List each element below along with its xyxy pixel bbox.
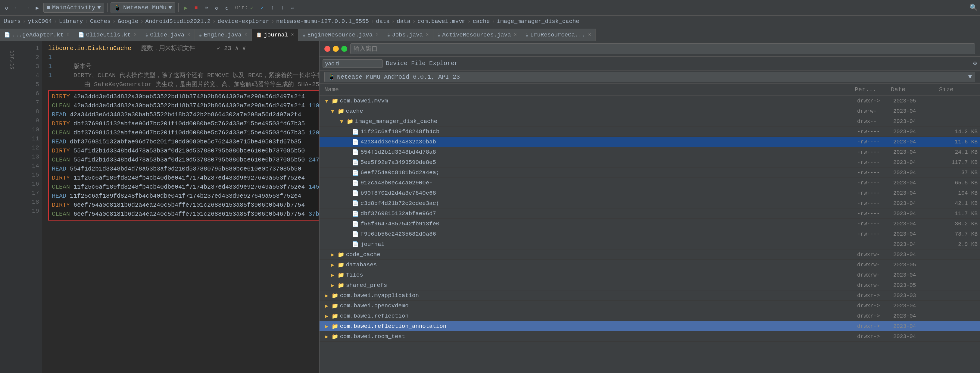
bc-androidstudio[interactable]: AndroidStudio2021.2	[145, 18, 211, 25]
date-912c: 2023-04	[893, 180, 942, 186]
tab-close-journal[interactable]: ×	[291, 32, 294, 38]
tab-engine[interactable]: ☕ Engine.java ×	[195, 29, 252, 41]
git-check-icon[interactable]: ✓	[248, 3, 256, 12]
tree-row-com-bawei-mvvm[interactable]: ▼ 📁 com.bawei.mvvm drwxr-> 2023-05	[320, 96, 980, 106]
bc-library[interactable]: Library	[59, 18, 83, 25]
tree-row-file-c3d8[interactable]: 📄 c3d8bf4d21b72c2cdee3ac( -rw---- 2023-0…	[320, 198, 980, 209]
tree-row-myapplication[interactable]: ▶ 📁 com.bawei.myapplication drwxr-> 2023…	[320, 290, 980, 301]
main-activity-label: MainActivity	[52, 4, 95, 11]
git-push-icon[interactable]: ↑	[268, 3, 277, 12]
tab-close-geadapter[interactable]: ×	[67, 32, 70, 38]
perm-myapplication: drwxr->	[857, 293, 893, 298]
git-pull-icon[interactable]: ↓	[278, 3, 287, 12]
tree-row-cache[interactable]: ▼ 📁 cache drwrw- 2023-04	[320, 106, 980, 116]
perm-c3d8: -rw----	[857, 200, 893, 206]
bc-image-manager[interactable]: image_manager_disk_cache	[497, 18, 579, 25]
tab-close-glide[interactable]: ×	[187, 32, 190, 38]
cursor-icon[interactable]: ▶	[33, 3, 41, 12]
bc-data1[interactable]: data	[376, 18, 390, 25]
tree-row-file-dbf3[interactable]: 📄 dbf3769815132abfae96d7 -rw---- 2023-04…	[320, 209, 980, 219]
build-icon[interactable]: ⌨	[202, 3, 210, 12]
tab-activeresources[interactable]: ☕ ActiveResources.java ×	[433, 29, 521, 41]
journal-line-7: CLEAN 42a34dd3e6d34832a30bab53522bd18b37…	[52, 101, 316, 110]
mumu-dropdown-arrow: ▼	[169, 4, 172, 11]
folder-icon-room-test: ▶ 📁	[325, 333, 338, 340]
ln-15: 15	[24, 171, 39, 180]
tree-row-files[interactable]: ▶ 📁 files drwxrw- 2023-04	[320, 270, 980, 280]
window-maximize-button[interactable]	[341, 46, 347, 52]
window-minimize-button[interactable]	[333, 46, 339, 52]
tab-close-lruresource[interactable]: ×	[588, 32, 591, 38]
tab-geadapter[interactable]: 📄 ...geAdapter.kt ×	[0, 29, 74, 41]
tree-row-reflection[interactable]: ▶ 📁 com.bawei.reflection drwxr-> 2023-04	[320, 311, 980, 321]
main-activity-dropdown[interactable]: ■ MainActivity ▼	[43, 3, 104, 13]
tree-row-reflection-annotation[interactable]: ▶ 📁 com.bawei.reflection_annotation drwx…	[320, 321, 980, 332]
folder-icon-databases: ▶ 📁	[331, 261, 344, 268]
tab-glide[interactable]: ☕ Glide.java ×	[141, 29, 194, 41]
device-select-dropdown[interactable]: 📱 Netease MuMu Android 6.0.1, API 23 ▼	[325, 72, 975, 82]
reload-icon[interactable]: ↻	[223, 3, 231, 12]
search-icon[interactable]: 🔍	[969, 3, 978, 12]
tree-row-file-42a34[interactable]: 📄 42a34dd3e6d34832a30bab -rw---- 2023-04…	[320, 137, 980, 147]
sync-icon[interactable]: ↻	[212, 3, 221, 12]
window-close-button[interactable]	[325, 46, 330, 52]
forward-nav-icon[interactable]: →	[23, 3, 31, 12]
back-nav-icon[interactable]: ←	[13, 3, 21, 12]
git-branch-icon[interactable]: ✓	[258, 3, 266, 12]
netease-mumu-dropdown[interactable]: 📱 Netease MuMu ▼	[111, 2, 175, 13]
tab-glideutils[interactable]: 📄 GlideUtils.kt ×	[74, 29, 141, 41]
tab-close-engineresource[interactable]: ×	[375, 32, 379, 38]
bc-ytx0904[interactable]: ytx0904	[28, 18, 52, 25]
tab-jobs[interactable]: ☕ Jobs.java ×	[383, 29, 433, 41]
tab-close-glideutils[interactable]: ×	[134, 32, 137, 38]
tree-row-databases[interactable]: ▶ 📁 databases drwxrw- 2023-05	[320, 260, 980, 270]
code-area[interactable]: libcore.io.DiskLruCache 魔数，用来标识文件 ✓ 23 ∧…	[42, 41, 319, 373]
bc-users[interactable]: Users	[3, 18, 21, 25]
date-reflection-annotation: 2023-04	[893, 323, 942, 329]
separator-1	[107, 3, 108, 12]
tree-row-opencvdemo[interactable]: ▶ 📁 com.bawei.opencvdemo drwxr-> 2023-04	[320, 301, 980, 311]
tree-row-file-6eef[interactable]: 📄 6eef754a0c8181b6d2a4ea; -rw---- 2023-0…	[320, 167, 980, 178]
tree-row-code-cache[interactable]: ▶ 📁 code_cache drwxrw- 2023-04	[320, 249, 980, 260]
folder-icon-files: ▶ 📁	[331, 272, 344, 278]
file-name-554f: 554f1d2b1d3348bd4d78a8	[361, 149, 857, 155]
tab-close-activeresources[interactable]: ×	[514, 32, 517, 38]
tab-close-engine[interactable]: ×	[245, 32, 248, 38]
yao-input[interactable]	[323, 59, 383, 68]
tab-close-jobs[interactable]: ×	[426, 32, 429, 38]
tree-row-file-journal[interactable]: 📄 journal 2023-04 2.9 KB	[320, 239, 980, 249]
tree-row-file-912c[interactable]: 📄 912ca48b0ec4ca02900e- -rw---- 2023-04 …	[320, 178, 980, 188]
stop-icon[interactable]: ■	[192, 3, 200, 12]
run-icon[interactable]: ▶	[181, 3, 190, 12]
git-undo-icon[interactable]: ↩	[288, 3, 297, 12]
settings-icon[interactable]: ⚙	[973, 59, 977, 67]
journal-line-9: DIRTY dbf3769815132abfae96d7bc201f10dd00…	[52, 119, 316, 128]
tree-row-file-b90f[interactable]: 📄 b90f8702d2d4a3e7840e68 -rw---- 2023-04…	[320, 188, 980, 198]
tab-engineresource[interactable]: ☕ EngineResource.java ×	[299, 29, 383, 41]
bc-device-explorer[interactable]: device-explorer	[218, 18, 269, 25]
tree-row-room-test[interactable]: ▶ 📁 com.bawei.room_test drwxr-> 2023-04	[320, 332, 980, 342]
bc-caches[interactable]: Caches	[90, 18, 111, 25]
size-c3d8: 42.1 KB	[942, 200, 978, 206]
back-icon[interactable]: ↺	[2, 3, 11, 12]
bc-com-bawei[interactable]: com.bawei.mvvm	[417, 18, 466, 25]
window-controls	[325, 46, 347, 52]
date-journal: 2023-04	[893, 241, 942, 247]
tree-row-file-f9e6[interactable]: 📄 f9e6eb56e24235682d0a86 -rw---- 2023-04…	[320, 229, 980, 239]
ln-13: 13	[24, 153, 39, 161]
const-1: 1	[48, 54, 52, 61]
tab-journal[interactable]: 📋 journal ×	[252, 29, 298, 41]
tree-row-file-5ee5[interactable]: 📄 5ee5f92e7a3493590de8e5 -rw---- 2023-04…	[320, 157, 980, 167]
tree-row-file-f56f[interactable]: 📄 f56f96474857542fb913fe0 -rw---- 2023-0…	[320, 219, 980, 229]
tree-row-file-11f25[interactable]: 📄 11f25c6af189fd8248fb4cb -rw---- 2023-0…	[320, 126, 980, 137]
bc-google[interactable]: Google	[118, 18, 138, 25]
tree-row-image-cache[interactable]: ▼ 📁 image_manager_disk_cache drwx-- 2023…	[320, 116, 980, 126]
date-opencvdemo: 2023-04	[893, 303, 942, 309]
bc-data2[interactable]: data	[397, 18, 410, 25]
bc-mumu[interactable]: netease-mumu-127.0.0.1_5555	[276, 18, 369, 25]
tab-lruresource[interactable]: ☕ LruResourceCa... ×	[521, 29, 596, 41]
tree-row-shared-prefs[interactable]: ▶ 📁 shared_prefs drwxrw- 2023-05	[320, 280, 980, 290]
bc-cache[interactable]: cache	[473, 18, 490, 25]
window-title-input[interactable]: 输入窗口	[350, 43, 975, 54]
tree-row-file-554f[interactable]: 📄 554f1d2b1d3348bd4d78a8 -rw---- 2023-04…	[320, 147, 980, 157]
